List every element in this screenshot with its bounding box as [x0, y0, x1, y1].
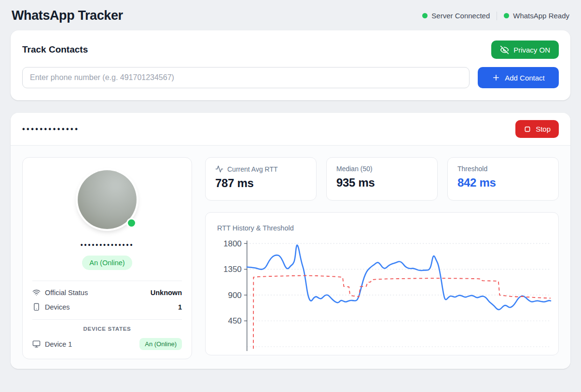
whatsapp-tracker-app: WhatsApp Tracker Server Connected WhatsA…	[0, 0, 581, 369]
masked-phone-number: ••••••••••••••	[81, 241, 134, 249]
stat-card-current-avg-rtt: Current Avg RTT 787 ms	[205, 157, 317, 201]
track-contacts-title: Track Contacts	[22, 44, 88, 55]
stat-label: Current Avg RTT	[227, 165, 278, 173]
official-status-row: Official Status Unknown	[32, 288, 182, 297]
add-contact-label: Add Contact	[505, 74, 545, 82]
svg-text:1350: 1350	[223, 265, 242, 274]
stop-icon	[524, 125, 531, 133]
wifi-icon	[32, 288, 41, 297]
masked-phone-number: •••••••••••••	[22, 125, 79, 134]
stop-button-label: Stop	[536, 125, 551, 133]
privacy-button-label: Privacy ON	[513, 46, 550, 54]
add-contact-row: Add Contact	[22, 67, 559, 88]
avatar	[78, 170, 137, 229]
device-states-title: DEVICE STATES	[83, 326, 131, 332]
svg-text:900: 900	[228, 291, 242, 300]
privacy-toggle-button[interactable]: Privacy ON	[491, 41, 559, 59]
tracked-contact-card: ••••••••••••• Stop •••••••••••••• An (On…	[11, 113, 570, 369]
divider	[32, 319, 182, 320]
official-status-value: Unknown	[151, 289, 182, 297]
connection-statuses: Server Connected WhatsApp Ready	[422, 12, 569, 20]
svg-text:450: 450	[228, 316, 242, 325]
stop-tracking-button[interactable]: Stop	[515, 120, 559, 138]
metrics-column: Current Avg RTT 787 ms Median (50) 935 m…	[205, 157, 559, 359]
contact-profile-panel: •••••••••••••• An (Online) Official Stat…	[22, 157, 192, 359]
eye-off-icon	[500, 45, 509, 54]
online-status-badge: An (Online)	[82, 256, 132, 270]
smartphone-icon	[32, 303, 41, 311]
plus-icon	[492, 73, 500, 82]
stat-card-threshold: Threshold 842 ms	[447, 157, 559, 201]
tracked-contact-body: •••••••••••••• An (Online) Official Stat…	[11, 146, 570, 369]
rtt-chart-card: RTT History & Threshold 45090013501800	[205, 212, 559, 355]
contact-info-rows: Official Status Unknown Devices 1	[32, 281, 182, 311]
stat-label: Median (50)	[336, 165, 373, 173]
chart-title: RTT History & Threshold	[206, 224, 558, 232]
stat-value: 935 ms	[336, 176, 428, 189]
svg-text:1800: 1800	[223, 239, 242, 248]
add-contact-button[interactable]: Add Contact	[478, 67, 559, 88]
whatsapp-status-label: WhatsApp Ready	[513, 12, 569, 20]
whatsapp-status: WhatsApp Ready	[504, 12, 569, 20]
green-dot-icon	[504, 13, 509, 18]
phone-number-input[interactable]	[22, 67, 470, 88]
activity-icon	[215, 165, 223, 173]
green-dot-icon	[422, 13, 428, 18]
track-contacts-header: Track Contacts Privacy ON	[22, 41, 559, 59]
page-title: WhatsApp Tracker	[12, 8, 123, 23]
device-status-badge: An (Online)	[139, 338, 182, 350]
stats-row: Current Avg RTT 787 ms Median (50) 935 m…	[205, 157, 559, 201]
device-row: Device 1 An (Online)	[32, 338, 182, 350]
stat-value: 787 ms	[215, 176, 306, 190]
devices-value: 1	[178, 303, 182, 311]
device1-label: Device 1	[45, 340, 72, 348]
server-status: Server Connected	[422, 12, 490, 20]
stat-value: 842 ms	[457, 176, 549, 189]
devices-row: Devices 1	[32, 303, 182, 311]
track-contacts-card: Track Contacts Privacy ON Add Contact	[11, 30, 570, 100]
stat-card-median: Median (50) 935 ms	[326, 157, 438, 201]
tracked-contact-header: ••••••••••••• Stop	[11, 113, 570, 146]
server-status-label: Server Connected	[431, 12, 490, 20]
rtt-history-chart: 45090013501800	[206, 236, 558, 351]
monitor-icon	[32, 340, 41, 348]
status-divider	[497, 12, 497, 20]
online-indicator-dot	[126, 218, 137, 228]
stat-label: Threshold	[457, 165, 487, 173]
devices-label: Devices	[45, 303, 70, 311]
app-header: WhatsApp Tracker Server Connected WhatsA…	[11, 0, 570, 30]
official-status-label: Official Status	[45, 289, 88, 297]
